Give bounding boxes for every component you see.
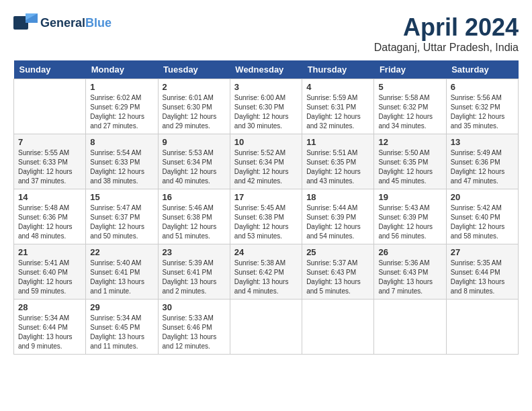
calendar-cell: 13Sunrise: 5:49 AM Sunset: 6:36 PM Dayli… — [446, 134, 518, 189]
day-detail: Sunrise: 5:56 AM Sunset: 6:32 PM Dayligh… — [451, 93, 514, 131]
day-number: 17 — [234, 192, 298, 202]
day-detail: Sunrise: 5:48 AM Sunset: 6:36 PM Dayligh… — [18, 203, 81, 241]
day-number: 10 — [234, 137, 298, 147]
day-header-wednesday: Wednesday — [230, 60, 302, 79]
month-title: April 2024 — [374, 13, 519, 42]
day-detail: Sunrise: 5:45 AM Sunset: 6:38 PM Dayligh… — [234, 203, 298, 241]
calendar-cell: 1Sunrise: 6:02 AM Sunset: 6:29 PM Daylig… — [86, 79, 158, 134]
day-detail: Sunrise: 5:54 AM Sunset: 6:33 PM Dayligh… — [90, 148, 153, 186]
calendar-cell — [302, 300, 374, 355]
day-detail: Sunrise: 5:47 AM Sunset: 6:37 PM Dayligh… — [90, 203, 153, 241]
day-number: 25 — [306, 247, 369, 257]
day-number: 23 — [163, 247, 226, 257]
calendar-cell — [374, 300, 446, 355]
day-header-saturday: Saturday — [446, 60, 518, 79]
calendar-cell — [230, 300, 302, 355]
calendar-cell: 11Sunrise: 5:51 AM Sunset: 6:35 PM Dayli… — [302, 134, 374, 189]
calendar-cell: 5Sunrise: 5:58 AM Sunset: 6:32 PM Daylig… — [374, 79, 446, 134]
day-detail: Sunrise: 5:44 AM Sunset: 6:39 PM Dayligh… — [306, 203, 369, 241]
logo-general: General — [40, 16, 85, 30]
day-number: 26 — [378, 247, 441, 257]
day-number: 21 — [18, 247, 81, 257]
header: General Blue April 2024 Dataganj, Uttar … — [13, 13, 519, 54]
day-number: 1 — [90, 82, 153, 92]
day-header-thursday: Thursday — [302, 60, 374, 79]
calendar-cell — [14, 79, 86, 134]
day-header-friday: Friday — [374, 60, 446, 79]
calendar-cell: 27Sunrise: 5:35 AM Sunset: 6:44 PM Dayli… — [446, 244, 518, 300]
day-number: 14 — [18, 192, 81, 202]
calendar-table: SundayMondayTuesdayWednesdayThursdayFrid… — [13, 60, 519, 355]
day-number: 24 — [234, 247, 298, 257]
calendar-cell: 7Sunrise: 5:55 AM Sunset: 6:33 PM Daylig… — [14, 134, 86, 189]
location: Dataganj, Uttar Pradesh, India — [374, 42, 519, 54]
calendar-cell: 16Sunrise: 5:46 AM Sunset: 6:38 PM Dayli… — [158, 189, 230, 244]
day-detail: Sunrise: 5:58 AM Sunset: 6:32 PM Dayligh… — [378, 93, 441, 131]
day-detail: Sunrise: 5:46 AM Sunset: 6:38 PM Dayligh… — [163, 203, 226, 241]
calendar-cell: 4Sunrise: 5:59 AM Sunset: 6:31 PM Daylig… — [302, 79, 374, 134]
day-detail: Sunrise: 5:34 AM Sunset: 6:44 PM Dayligh… — [18, 314, 81, 351]
day-detail: Sunrise: 5:38 AM Sunset: 6:42 PM Dayligh… — [234, 259, 298, 296]
day-detail: Sunrise: 5:42 AM Sunset: 6:40 PM Dayligh… — [451, 203, 514, 241]
day-number: 20 — [451, 192, 514, 202]
day-number: 13 — [451, 137, 514, 147]
day-detail: Sunrise: 5:55 AM Sunset: 6:33 PM Dayligh… — [18, 148, 81, 186]
day-number: 19 — [378, 192, 441, 202]
day-detail: Sunrise: 5:53 AM Sunset: 6:34 PM Dayligh… — [163, 148, 226, 186]
day-number: 4 — [306, 82, 369, 92]
day-detail: Sunrise: 5:40 AM Sunset: 6:41 PM Dayligh… — [90, 259, 153, 296]
day-detail: Sunrise: 5:59 AM Sunset: 6:31 PM Dayligh… — [306, 93, 369, 131]
day-detail: Sunrise: 5:34 AM Sunset: 6:45 PM Dayligh… — [90, 314, 153, 351]
calendar-cell: 15Sunrise: 5:47 AM Sunset: 6:37 PM Dayli… — [86, 189, 158, 244]
calendar-cell: 24Sunrise: 5:38 AM Sunset: 6:42 PM Dayli… — [230, 244, 302, 300]
day-header-sunday: Sunday — [14, 60, 86, 79]
day-number: 8 — [90, 137, 153, 147]
day-number: 27 — [451, 247, 514, 257]
day-number: 5 — [378, 82, 441, 92]
day-detail: Sunrise: 5:39 AM Sunset: 6:41 PM Dayligh… — [163, 259, 226, 296]
calendar-cell: 10Sunrise: 5:52 AM Sunset: 6:34 PM Dayli… — [230, 134, 302, 189]
day-number: 29 — [90, 302, 153, 312]
day-detail: Sunrise: 6:01 AM Sunset: 6:30 PM Dayligh… — [163, 93, 226, 131]
day-number: 9 — [163, 137, 226, 147]
day-detail: Sunrise: 5:43 AM Sunset: 6:39 PM Dayligh… — [378, 203, 441, 241]
calendar-cell — [446, 300, 518, 355]
day-number: 3 — [234, 82, 298, 92]
calendar-cell: 8Sunrise: 5:54 AM Sunset: 6:33 PM Daylig… — [86, 134, 158, 189]
day-detail: Sunrise: 5:33 AM Sunset: 6:46 PM Dayligh… — [163, 314, 226, 351]
day-detail: Sunrise: 6:02 AM Sunset: 6:29 PM Dayligh… — [90, 93, 153, 131]
calendar-cell: 9Sunrise: 5:53 AM Sunset: 6:34 PM Daylig… — [158, 134, 230, 189]
calendar-cell: 26Sunrise: 5:36 AM Sunset: 6:43 PM Dayli… — [374, 244, 446, 300]
day-detail: Sunrise: 5:35 AM Sunset: 6:44 PM Dayligh… — [451, 259, 514, 296]
calendar-cell: 18Sunrise: 5:44 AM Sunset: 6:39 PM Dayli… — [302, 189, 374, 244]
calendar-cell: 14Sunrise: 5:48 AM Sunset: 6:36 PM Dayli… — [14, 189, 86, 244]
day-number: 11 — [306, 137, 369, 147]
calendar-cell: 28Sunrise: 5:34 AM Sunset: 6:44 PM Dayli… — [14, 300, 86, 355]
calendar-cell: 17Sunrise: 5:45 AM Sunset: 6:38 PM Dayli… — [230, 189, 302, 244]
logo: General Blue — [13, 13, 112, 32]
day-number: 15 — [90, 192, 153, 202]
day-header-monday: Monday — [86, 60, 158, 79]
day-number: 12 — [378, 137, 441, 147]
day-number: 7 — [18, 137, 81, 147]
calendar-cell: 22Sunrise: 5:40 AM Sunset: 6:41 PM Dayli… — [86, 244, 158, 300]
day-detail: Sunrise: 5:52 AM Sunset: 6:34 PM Dayligh… — [234, 148, 298, 186]
day-number: 6 — [451, 82, 514, 92]
calendar-cell: 25Sunrise: 5:37 AM Sunset: 6:43 PM Dayli… — [302, 244, 374, 300]
calendar-cell: 30Sunrise: 5:33 AM Sunset: 6:46 PM Dayli… — [158, 300, 230, 355]
day-number: 2 — [163, 82, 226, 92]
title-area: April 2024 Dataganj, Uttar Pradesh, Indi… — [374, 13, 519, 54]
calendar-cell: 3Sunrise: 6:00 AM Sunset: 6:30 PM Daylig… — [230, 79, 302, 134]
day-detail: Sunrise: 6:00 AM Sunset: 6:30 PM Dayligh… — [234, 93, 298, 131]
logo-blue: Blue — [85, 16, 112, 30]
day-detail: Sunrise: 5:41 AM Sunset: 6:40 PM Dayligh… — [18, 259, 81, 296]
calendar-cell: 21Sunrise: 5:41 AM Sunset: 6:40 PM Dayli… — [14, 244, 86, 300]
calendar-cell: 6Sunrise: 5:56 AM Sunset: 6:32 PM Daylig… — [446, 79, 518, 134]
calendar-cell: 29Sunrise: 5:34 AM Sunset: 6:45 PM Dayli… — [86, 300, 158, 355]
calendar-cell: 20Sunrise: 5:42 AM Sunset: 6:40 PM Dayli… — [446, 189, 518, 244]
day-detail: Sunrise: 5:49 AM Sunset: 6:36 PM Dayligh… — [451, 148, 514, 186]
day-number: 22 — [90, 247, 153, 257]
calendar-cell: 2Sunrise: 6:01 AM Sunset: 6:30 PM Daylig… — [158, 79, 230, 134]
day-number: 18 — [306, 192, 369, 202]
day-detail: Sunrise: 5:37 AM Sunset: 6:43 PM Dayligh… — [306, 259, 369, 296]
